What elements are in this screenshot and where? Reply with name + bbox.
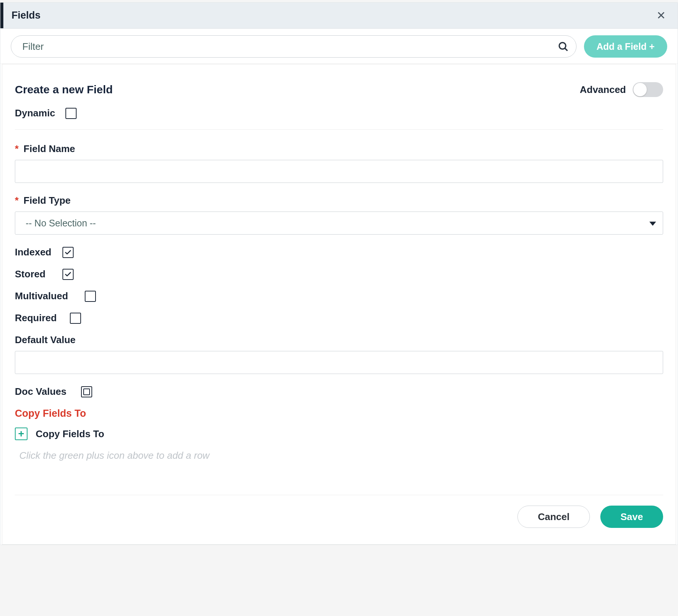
indexed-checkbox[interactable] <box>62 247 74 258</box>
required-row: Required <box>15 312 663 324</box>
field-type-block: * Field Type -- No Selection -- <box>15 195 663 235</box>
dynamic-checkbox[interactable] <box>65 108 77 119</box>
search-icon[interactable] <box>558 41 568 52</box>
add-field-label: Add a Field + <box>597 41 655 52</box>
copy-fields-row: + Copy Fields To <box>15 428 663 440</box>
field-name-input[interactable] <box>15 160 663 183</box>
add-field-button[interactable]: Add a Field + <box>584 35 667 58</box>
copy-fields-heading: Copy Fields To <box>15 408 663 419</box>
copy-fields-sub-label: Copy Fields To <box>36 428 104 440</box>
advanced-label: Advanced <box>580 84 626 96</box>
multivalued-row: Multivalued <box>15 290 663 302</box>
required-star-icon: * <box>15 195 19 206</box>
save-label: Save <box>620 511 643 523</box>
plus-icon[interactable]: + <box>15 428 28 440</box>
field-type-select[interactable]: -- No Selection -- <box>15 212 663 235</box>
filter-wrap <box>11 35 577 58</box>
copy-fields-hint: Click the green plus icon above to add a… <box>19 450 663 461</box>
close-icon[interactable]: ✕ <box>655 9 667 23</box>
advanced-toggle[interactable] <box>633 82 663 97</box>
required-star-icon: * <box>15 143 19 154</box>
form-body: Create a new Field Advanced Dynamic <box>2 64 676 545</box>
panel-header: Fields ✕ <box>0 3 678 29</box>
indexed-label: Indexed <box>15 246 52 258</box>
multivalued-label: Multivalued <box>15 290 74 302</box>
panel-title: Fields <box>12 10 41 21</box>
indexed-row: Indexed <box>15 246 663 258</box>
required-checkbox[interactable] <box>70 313 81 324</box>
stored-checkbox[interactable] <box>62 269 74 280</box>
required-label: Required <box>15 312 59 324</box>
stored-label: Stored <box>15 268 52 280</box>
svg-line-1 <box>565 48 567 51</box>
doc-values-checkbox[interactable] <box>81 386 92 397</box>
save-button[interactable]: Save <box>600 506 663 528</box>
dynamic-label: Dynamic <box>15 107 55 119</box>
doc-values-label: Doc Values <box>15 386 71 397</box>
cancel-label: Cancel <box>538 511 569 523</box>
filter-input[interactable] <box>11 35 577 58</box>
field-name-block: * Field Name <box>15 143 663 183</box>
default-value-label: Default Value <box>15 334 75 345</box>
separator <box>15 129 663 130</box>
chevron-down-icon <box>649 222 656 226</box>
default-value-input[interactable] <box>15 351 663 374</box>
dynamic-row: Dynamic <box>15 107 663 119</box>
field-name-label: Field Name <box>23 143 75 154</box>
cancel-button[interactable]: Cancel <box>517 506 590 528</box>
fields-panel: Fields ✕ Add a Field + Create a new <box>0 2 678 545</box>
multivalued-checkbox[interactable] <box>85 291 96 302</box>
toolbar: Add a Field + <box>0 29 678 64</box>
field-type-value: -- No Selection -- <box>26 218 96 229</box>
field-type-label: Field Type <box>23 195 71 206</box>
doc-values-row: Doc Values <box>15 386 663 397</box>
default-value-block: Default Value <box>15 334 663 374</box>
toggle-knob <box>633 83 647 96</box>
form-title: Create a new Field <box>15 83 113 96</box>
advanced-toggle-group: Advanced <box>580 82 663 97</box>
form-footer: Cancel Save <box>15 495 663 534</box>
stored-row: Stored <box>15 268 663 280</box>
